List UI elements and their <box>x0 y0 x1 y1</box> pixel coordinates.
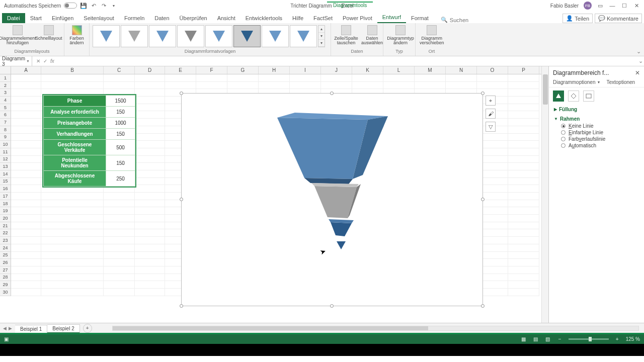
border-opt-auto[interactable]: Automatisch <box>561 142 639 149</box>
border-opt-none[interactable]: Keine Linie <box>561 123 639 129</box>
cell[interactable] <box>41 266 104 274</box>
row-header[interactable]: 6 <box>0 111 11 119</box>
cell[interactable] <box>11 156 41 163</box>
cell[interactable] <box>508 289 539 296</box>
cell[interactable] <box>104 74 135 82</box>
cell[interactable] <box>11 104 41 112</box>
scrollbar-thumb[interactable] <box>113 326 428 330</box>
cell[interactable] <box>135 289 165 296</box>
col-header[interactable]: O <box>477 66 508 74</box>
cell[interactable] <box>135 156 165 163</box>
cell[interactable] <box>41 193 104 200</box>
col-header[interactable]: L <box>383 66 415 74</box>
cell[interactable] <box>135 148 165 156</box>
close-pane-icon[interactable]: ✕ <box>635 69 640 76</box>
page-layout-view-icon[interactable]: ▤ <box>532 336 539 343</box>
chart-style-5[interactable] <box>205 25 232 47</box>
tab-view[interactable]: Ansicht <box>212 13 240 23</box>
cell[interactable] <box>290 82 321 89</box>
cell[interactable] <box>135 200 165 208</box>
cell[interactable] <box>104 252 135 259</box>
cell[interactable] <box>41 274 104 282</box>
cell[interactable] <box>11 74 41 82</box>
row-header[interactable]: 2 <box>0 82 11 89</box>
cell[interactable] <box>41 289 104 296</box>
cell[interactable] <box>135 111 165 119</box>
cell[interactable] <box>104 229 135 237</box>
cell[interactable] <box>508 104 539 112</box>
section-fill[interactable]: ▶Füllung <box>554 107 639 112</box>
chart-style-4[interactable] <box>177 25 204 47</box>
cell[interactable] <box>165 82 196 89</box>
row-header[interactable]: 1 <box>0 74 11 82</box>
cell[interactable] <box>41 237 104 244</box>
resize-handle[interactable] <box>180 92 183 95</box>
save-icon[interactable]: 💾 <box>80 2 87 9</box>
row-header[interactable]: 18 <box>0 200 11 208</box>
col-header[interactable]: B <box>41 66 104 74</box>
cancel-formula-icon[interactable]: ✕ <box>36 58 40 64</box>
cell[interactable] <box>135 281 165 289</box>
cell[interactable] <box>135 97 165 104</box>
cell[interactable] <box>259 82 290 89</box>
record-macro-icon[interactable]: ▣ <box>4 336 9 342</box>
cell[interactable] <box>352 82 383 89</box>
cell[interactable] <box>290 74 321 82</box>
chart-style-2[interactable] <box>121 25 148 47</box>
tab-developer[interactable]: Entwicklertools <box>240 13 287 23</box>
cell[interactable] <box>104 215 135 222</box>
table-value-cell[interactable]: 500 <box>106 140 135 155</box>
resize-handle[interactable] <box>481 198 485 201</box>
cell[interactable] <box>508 266 539 274</box>
section-border[interactable]: ▼Rahmen <box>554 116 639 122</box>
cell[interactable] <box>104 237 135 244</box>
funnel-data-table[interactable]: Phase1500Analyse erforderlich150Preisang… <box>42 94 136 188</box>
search-label[interactable]: Suchen <box>450 17 468 23</box>
row-header[interactable]: 24 <box>0 244 11 252</box>
chart-style-7[interactable] <box>262 25 289 47</box>
cell[interactable] <box>135 229 165 237</box>
chart-style-1[interactable] <box>93 25 120 47</box>
cell[interactable] <box>508 274 539 282</box>
cell[interactable] <box>477 74 508 82</box>
cell[interactable] <box>135 89 165 97</box>
cell[interactable] <box>135 274 165 282</box>
cell[interactable] <box>508 252 539 259</box>
row-header[interactable]: 30 <box>0 289 11 296</box>
cell[interactable] <box>11 126 41 134</box>
pane-tab-text-options[interactable]: Textoptionen <box>606 79 635 85</box>
quick-layout-button[interactable]: Schnelllayout <box>34 24 63 42</box>
row-header[interactable]: 4 <box>0 97 11 104</box>
resize-handle[interactable] <box>330 304 334 308</box>
cell[interactable] <box>383 82 415 89</box>
cell[interactable] <box>508 237 539 244</box>
tab-factset[interactable]: FactSet <box>308 13 338 23</box>
cell[interactable] <box>104 82 135 89</box>
cell[interactable] <box>11 229 41 237</box>
cell[interactable] <box>11 244 41 252</box>
chart-elements-button[interactable]: + <box>486 96 496 106</box>
cell[interactable] <box>508 222 539 230</box>
resize-handle[interactable] <box>180 304 183 308</box>
cell[interactable] <box>415 82 446 89</box>
cell[interactable] <box>135 185 165 193</box>
border-opt-solid[interactable]: Einfarbige Linie <box>561 129 639 136</box>
col-header[interactable]: G <box>227 66 259 74</box>
tab-data[interactable]: Daten <box>149 13 174 23</box>
table-phase-cell[interactable]: Analyse erforderlich <box>44 107 106 118</box>
table-phase-cell[interactable]: Preisangebote <box>44 118 106 129</box>
cell[interactable] <box>11 289 41 296</box>
cell[interactable] <box>321 82 352 89</box>
row-header[interactable]: 11 <box>0 148 11 156</box>
search-icon[interactable]: 🔍 <box>441 17 448 23</box>
sheet-nav-prev-icon[interactable]: ◀ <box>3 326 7 331</box>
cell[interactable] <box>11 207 41 215</box>
cell[interactable] <box>41 74 104 82</box>
zoom-level[interactable]: 125 % <box>626 336 640 342</box>
cell[interactable] <box>508 215 539 222</box>
cell[interactable] <box>41 222 104 230</box>
cell[interactable] <box>135 207 165 215</box>
cell[interactable] <box>11 119 41 126</box>
table-value-cell[interactable]: 1000 <box>106 118 135 129</box>
table-phase-cell[interactable]: Verhandlungen <box>44 129 106 140</box>
